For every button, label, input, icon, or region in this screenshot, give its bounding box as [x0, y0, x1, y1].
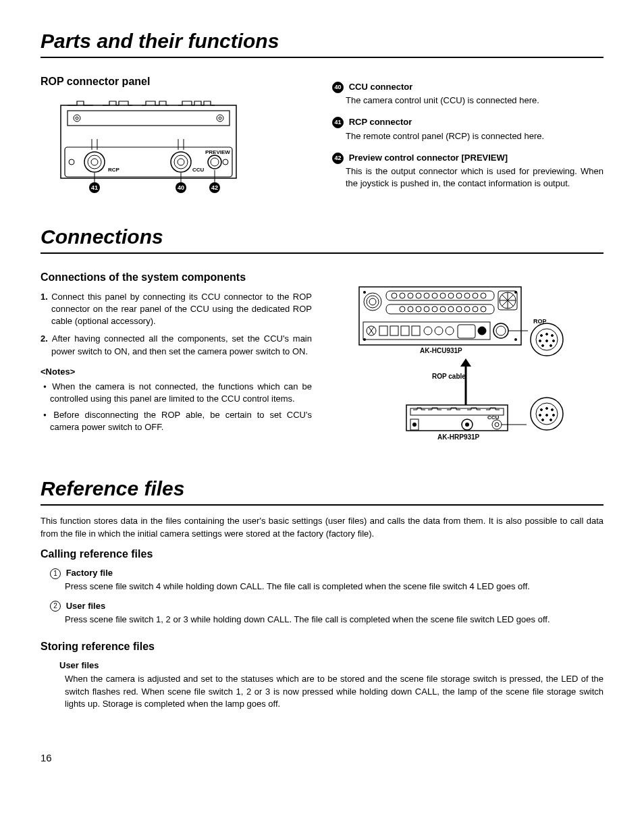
svg-point-52 — [416, 293, 421, 298]
svg-point-70 — [473, 306, 478, 312]
svg-point-50 — [400, 293, 405, 298]
svg-point-17 — [178, 159, 184, 165]
svg-point-3 — [76, 117, 78, 119]
callout-41-icon: 41 — [332, 117, 344, 128]
svg-rect-76 — [401, 326, 409, 335]
svg-point-80 — [446, 327, 454, 335]
svg-point-5 — [219, 117, 221, 119]
svg-point-67 — [448, 306, 454, 312]
svg-point-62 — [408, 306, 413, 312]
svg-point-119 — [542, 419, 544, 421]
svg-point-63 — [416, 306, 421, 312]
storing-user-files: User files When the camera is adjusted a… — [59, 659, 603, 710]
ccu-connector-body: The camera control unit (CCU) is connect… — [346, 95, 603, 107]
svg-text:AK-HCU931P: AK-HCU931P — [420, 347, 462, 354]
item-rcp-connector: 41 RCP connector The remote control pane… — [332, 116, 603, 142]
svg-point-69 — [464, 306, 470, 312]
svg-text:RCP: RCP — [108, 167, 120, 173]
factory-file-body: Press scene file switch 4 while holding … — [65, 581, 603, 593]
svg-point-115 — [552, 409, 554, 411]
svg-rect-74 — [379, 326, 387, 335]
svg-point-58 — [464, 293, 470, 298]
svg-text:CCU: CCU — [192, 167, 205, 173]
note-1: When the camera is not connected, the fu… — [50, 381, 312, 405]
circled-2-icon: 2 — [50, 601, 61, 612]
reference-intro: This function stores data in the files c… — [41, 515, 603, 539]
svg-point-22 — [211, 158, 219, 166]
svg-point-107 — [495, 423, 499, 427]
svg-point-105 — [465, 423, 469, 427]
calling-factory-file: 1 Factory file Press scene file switch 4… — [50, 567, 603, 593]
svg-point-117 — [546, 414, 548, 416]
notes-list: When the camera is not connected, the fu… — [41, 381, 312, 434]
storing-subtitle: Storing reference files — [41, 639, 603, 654]
svg-point-21 — [208, 155, 221, 169]
svg-point-4 — [217, 115, 223, 122]
notes-heading: <Notes> — [41, 366, 312, 378]
step-1: 1. Connect this panel by connecting its … — [41, 291, 312, 328]
rcp-connector-icon: RCP — [84, 139, 120, 173]
svg-point-7 — [69, 159, 74, 165]
svg-point-88 — [541, 335, 543, 337]
svg-point-90 — [552, 335, 554, 337]
section-title-reference: Reference files — [41, 475, 603, 506]
user-files-body: Press scene file switch 1, 2 or 3 while … — [65, 614, 603, 626]
svg-point-55 — [440, 293, 446, 298]
svg-rect-1 — [68, 111, 230, 126]
svg-point-16 — [174, 155, 188, 169]
svg-point-118 — [553, 414, 555, 416]
svg-text:PREVIEW: PREVIEW — [205, 149, 230, 155]
svg-point-106 — [492, 420, 502, 429]
svg-point-8 — [223, 159, 228, 165]
callout-42-icon: 42 — [332, 153, 344, 164]
svg-point-94 — [542, 345, 544, 347]
svg-point-60 — [481, 293, 486, 298]
svg-point-51 — [408, 293, 413, 298]
svg-point-61 — [400, 306, 405, 312]
svg-point-10 — [88, 155, 101, 169]
callout-40-icon: 40 — [332, 82, 344, 93]
svg-text:42: 42 — [211, 184, 218, 191]
svg-point-103 — [412, 423, 417, 427]
svg-point-93 — [553, 340, 555, 342]
page-number: 16 — [41, 751, 603, 765]
rop-panel-diagram: RCP CCU PREVIEW — [41, 96, 312, 204]
svg-point-89 — [546, 333, 548, 335]
ccu-connector-icon: CCU — [171, 139, 205, 173]
preview-connector-body: This is the output connector which is us… — [346, 165, 603, 190]
step-2: 2. After having connected all the compon… — [41, 333, 312, 357]
ccu-connector-title: CCU connector — [349, 82, 413, 92]
svg-text:CCU: CCU — [487, 414, 500, 421]
svg-point-92 — [546, 340, 548, 342]
svg-point-83 — [493, 323, 508, 338]
svg-text:AK-HRP931P: AK-HRP931P — [437, 433, 480, 441]
svg-point-113 — [541, 409, 543, 411]
connections-subtitle: Connections of the system components — [41, 270, 312, 285]
svg-point-40 — [369, 298, 376, 305]
svg-point-2 — [74, 115, 80, 122]
svg-text:40: 40 — [178, 184, 184, 191]
svg-point-65 — [432, 306, 437, 312]
item-ccu-connector: 40 CCU connector The camera control unit… — [332, 81, 603, 107]
calling-user-files: 2 User files Press scene file switch 1, … — [50, 600, 603, 626]
connections-diagram: ROP AK-HCU931P ROP cable CCU — [332, 280, 603, 456]
rop-panel-subtitle: ROP connector panel — [41, 74, 312, 89]
svg-point-37 — [514, 338, 517, 341]
svg-point-64 — [424, 306, 429, 312]
rcp-connector-title: RCP connector — [349, 117, 412, 127]
svg-rect-77 — [412, 326, 420, 335]
item-preview-connector: 42 Preview control connector [PREVIEW] T… — [332, 152, 603, 190]
svg-rect-81 — [458, 325, 475, 338]
svg-point-79 — [435, 327, 443, 335]
svg-point-91 — [539, 340, 541, 342]
calling-subtitle: Calling reference files — [41, 547, 603, 562]
svg-point-49 — [392, 293, 397, 298]
svg-point-53 — [424, 293, 429, 298]
section-title-parts: Parts and their functions — [41, 27, 603, 58]
svg-point-84 — [496, 326, 506, 335]
preview-connector-icon: PREVIEW — [205, 149, 230, 169]
svg-text:41: 41 — [91, 184, 98, 191]
svg-point-57 — [456, 293, 462, 298]
user-files-title: User files — [66, 601, 106, 611]
section-title-connections: Connections — [41, 223, 603, 254]
